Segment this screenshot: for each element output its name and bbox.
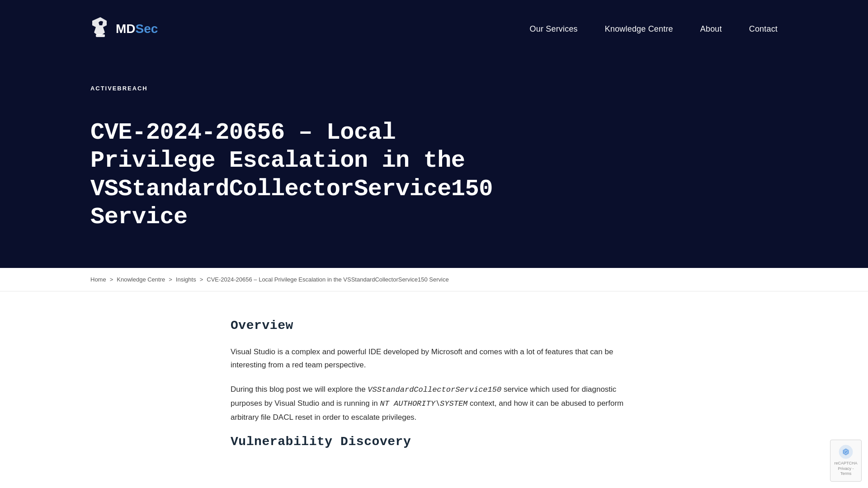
overview-para-2-before: During this blog post we will explore th… [231, 385, 368, 394]
breadcrumb-sep-2: > [169, 276, 172, 283]
logo[interactable]: MDSec [90, 16, 158, 42]
recaptcha-logo [839, 445, 853, 459]
overview-para-2-code2: NT AUTHORITY\SYSTEM [380, 399, 467, 408]
main-content: Overview Visual Studio is a complex and … [0, 291, 868, 488]
logo-icon [90, 16, 110, 42]
overview-para-2: During this blog post we will explore th… [231, 383, 637, 424]
overview-heading: Overview [231, 319, 637, 333]
vulnerability-discovery-heading: Vulnerability Discovery [231, 435, 637, 449]
breadcrumb-knowledge-centre[interactable]: Knowledge Centre [117, 276, 165, 283]
breadcrumb-sep-3: > [200, 276, 203, 283]
breadcrumb-home[interactable]: Home [90, 276, 106, 283]
recaptcha-badge: reCAPTCHAPrivacy - Terms [830, 440, 862, 482]
breadcrumb-insights[interactable]: Insights [176, 276, 196, 283]
main-nav: Our Services Knowledge Centre About Cont… [530, 24, 778, 34]
svg-rect-0 [96, 34, 105, 37]
logo-text: MDSec [116, 22, 158, 36]
site-header: MDSec Our Services Knowledge Centre Abou… [0, 0, 868, 58]
recaptcha-text: reCAPTCHAPrivacy - Terms [835, 461, 858, 477]
nav-about[interactable]: About [700, 24, 722, 34]
nav-knowledge-centre[interactable]: Knowledge Centre [605, 24, 673, 34]
logo-sec: Sec [136, 22, 158, 36]
brand-tag: ACTIVEBREACH [90, 85, 778, 92]
breadcrumb-sep-1: > [110, 276, 113, 283]
hero-section: ACTIVEBREACH CVE-2024-20656 – Local Priv… [0, 58, 868, 268]
page-title: CVE-2024-20656 – Local Privilege Escalat… [90, 119, 497, 232]
logo-md: MD [116, 22, 136, 36]
nav-contact[interactable]: Contact [749, 24, 778, 34]
overview-para-2-code1: VSStandardCollectorService150 [368, 385, 501, 394]
nav-our-services[interactable]: Our Services [530, 24, 578, 34]
breadcrumb: Home > Knowledge Centre > Insights > CVE… [0, 268, 868, 291]
breadcrumb-current: CVE-2024-20656 – Local Privilege Escalat… [207, 276, 448, 283]
overview-para-1: Visual Studio is a complex and powerful … [231, 345, 637, 372]
